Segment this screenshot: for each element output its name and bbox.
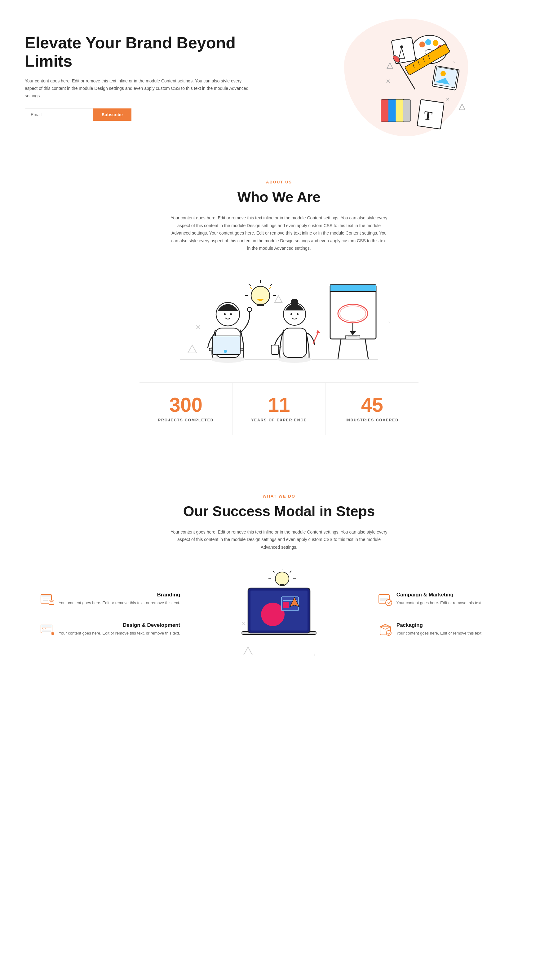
svg-point-56 xyxy=(297,313,299,315)
svg-line-99 xyxy=(290,571,291,573)
design-dev-icon: </> xyxy=(40,622,55,637)
service-campaign-text: Campaign & Marketing Your content goes h… xyxy=(397,592,484,606)
svg-point-54 xyxy=(291,299,298,306)
service-branding-title: Branding xyxy=(59,592,180,598)
svg-point-96 xyxy=(275,572,289,586)
svg-marker-72 xyxy=(188,345,197,353)
stat-projects-number: 300 xyxy=(146,395,226,415)
svg-rect-21 xyxy=(381,100,389,121)
stat-projects: 300 PROJECTS COMPLETED xyxy=(140,383,233,435)
hero-right-illustration: T ✕ ○ ✕ xyxy=(279,19,533,136)
svg-text:○: ○ xyxy=(387,320,390,324)
branding-icon xyxy=(40,592,55,607)
svg-text:✕: ✕ xyxy=(195,324,201,331)
campaign-icon xyxy=(378,592,393,607)
svg-rect-87 xyxy=(51,632,54,635)
stats-bar: 300 PROJECTS COMPLETED 11 YEARS OF EXPER… xyxy=(140,382,419,435)
svg-point-37 xyxy=(230,313,232,315)
service-campaign-desc: Your content goes here. Edit or remove t… xyxy=(397,600,484,606)
svg-line-63 xyxy=(338,339,341,359)
hero-left-content: Elevate Your Brand Beyond Limits Your co… xyxy=(25,34,254,121)
svg-rect-97 xyxy=(280,584,285,586)
service-design-dev-desc: Your content goes here. Edit or remove t… xyxy=(59,630,180,637)
svg-marker-58 xyxy=(316,330,320,334)
svg-marker-75 xyxy=(275,296,282,303)
stat-experience-number: 11 xyxy=(239,395,319,415)
svg-point-36 xyxy=(224,313,226,315)
svg-line-49 xyxy=(269,287,271,289)
service-design-dev-text: Design & Development Your content goes h… xyxy=(59,622,180,637)
svg-rect-52 xyxy=(283,328,307,358)
svg-point-114 xyxy=(386,630,391,635)
whatwedo-title: Our Success Modal in Steps xyxy=(25,503,533,520)
svg-point-42 xyxy=(251,286,270,305)
svg-point-91 xyxy=(261,603,285,626)
svg-point-41 xyxy=(224,350,227,353)
svg-text:✕: ✕ xyxy=(241,621,245,626)
svg-text:</>: </> xyxy=(42,627,46,630)
services-right: Campaign & Marketing Your content goes h… xyxy=(378,592,520,653)
svg-text:✕: ✕ xyxy=(446,97,450,102)
svg-rect-43 xyxy=(257,304,264,306)
stat-industries-label: INDUSTRIES COVERED xyxy=(332,418,412,422)
email-input[interactable] xyxy=(25,108,93,121)
about-description: Your content goes here. Edit or remove t… xyxy=(171,214,387,252)
hero-form: Subscribe xyxy=(25,108,254,121)
svg-rect-84 xyxy=(41,625,52,627)
svg-rect-94 xyxy=(283,602,289,608)
services-left: Branding Your content goes here. Edit or… xyxy=(38,592,180,653)
whatwedo-description: Your content goes here. Edit or remove t… xyxy=(171,528,387,551)
svg-marker-103 xyxy=(244,647,252,655)
svg-line-50 xyxy=(250,287,252,289)
svg-rect-80 xyxy=(49,600,54,604)
svg-text:○: ○ xyxy=(453,60,455,64)
hero-title: Elevate Your Brand Beyond Limits xyxy=(25,34,254,71)
hero-section: Elevate Your Brand Beyond Limits Your co… xyxy=(0,0,558,155)
svg-rect-59 xyxy=(271,345,279,355)
svg-rect-15 xyxy=(434,67,458,88)
svg-point-2 xyxy=(425,39,431,45)
svg-rect-69 xyxy=(346,335,360,339)
service-design-dev-title: Design & Development xyxy=(59,622,180,628)
service-branding-text: Branding Your content goes here. Edit or… xyxy=(59,592,180,606)
whatwedo-section: WHAT WE DO Our Success Modal in Steps Yo… xyxy=(0,469,558,694)
about-section: ABOUT US Who We Are Your content goes he… xyxy=(0,155,558,469)
service-packaging-text: Packaging Your content goes here. Edit o… xyxy=(397,622,483,637)
svg-marker-30 xyxy=(387,63,393,69)
about-illustration: ✕ ○ + xyxy=(155,268,403,367)
service-campaign-title: Campaign & Marketing xyxy=(397,592,484,598)
svg-point-38 xyxy=(247,308,252,312)
svg-point-1 xyxy=(419,41,425,47)
svg-marker-111 xyxy=(380,624,391,627)
stat-industries-number: 45 xyxy=(332,395,412,415)
services-center-svg: ✕ + xyxy=(233,569,325,675)
svg-text:+: + xyxy=(322,289,325,295)
service-packaging-desc: Your content goes here. Edit or remove t… xyxy=(397,630,483,637)
svg-line-64 xyxy=(365,339,368,359)
whatwedo-label: WHAT WE DO xyxy=(25,494,533,499)
subscribe-button[interactable]: Subscribe xyxy=(93,108,131,121)
packaging-icon xyxy=(378,622,393,637)
service-design-dev: Design & Development Your content goes h… xyxy=(38,622,180,637)
svg-rect-22 xyxy=(389,100,396,121)
service-branding-desc: Your content goes here. Edit or remove t… xyxy=(59,600,180,606)
service-branding: Branding Your content goes here. Edit or… xyxy=(38,592,180,607)
hero-description: Your content goes here. Edit or remove t… xyxy=(25,77,254,100)
services-center-illustration: ✕ + xyxy=(192,569,366,675)
svg-rect-24 xyxy=(403,100,411,121)
service-packaging-title: Packaging xyxy=(397,622,483,628)
svg-text:✕: ✕ xyxy=(386,78,391,85)
services-layout: Branding Your content goes here. Edit or… xyxy=(25,569,533,675)
svg-marker-29 xyxy=(459,104,465,110)
about-title: Who We Are xyxy=(25,189,533,205)
svg-rect-62 xyxy=(330,285,376,291)
svg-line-46 xyxy=(249,284,251,286)
about-illustration-svg: ✕ ○ + xyxy=(161,268,397,367)
about-label: ABOUT US xyxy=(25,180,533,184)
svg-point-8 xyxy=(400,45,403,48)
svg-line-100 xyxy=(273,571,274,573)
svg-text:+: + xyxy=(313,653,315,657)
service-packaging: Packaging Your content goes here. Edit o… xyxy=(378,622,520,637)
stat-experience: 11 YEARS OF EXPERIENCE xyxy=(233,383,325,435)
svg-rect-23 xyxy=(396,100,403,121)
